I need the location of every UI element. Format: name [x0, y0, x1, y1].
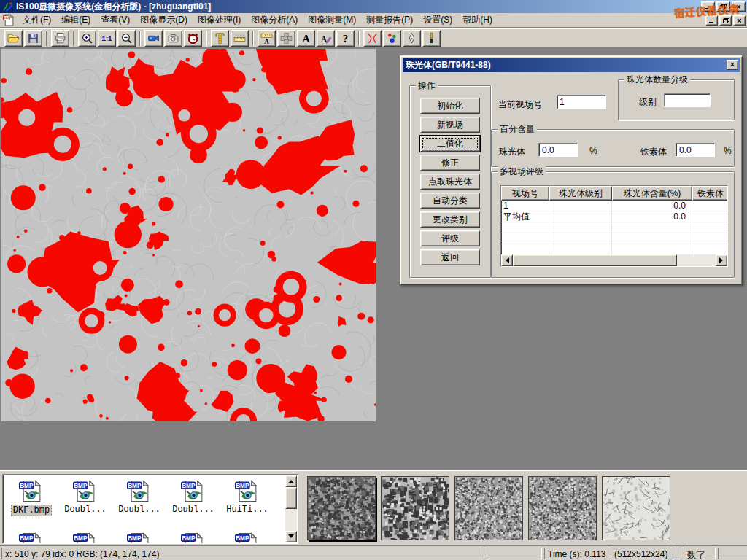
file-item-partial[interactable]: BMP [112, 529, 166, 543]
menu-image-analysis[interactable]: 图像分析(A) [246, 12, 303, 28]
file-item-partial[interactable]: BMP [166, 529, 220, 543]
scroll-left-button[interactable] [501, 254, 513, 266]
mdi-restore-button[interactable] [719, 15, 732, 26]
op-grade-button[interactable]: 评级 [420, 230, 480, 246]
file-item-partial[interactable]: BMP [58, 529, 112, 543]
menu-image-process[interactable]: 图像处理(I) [193, 12, 246, 28]
merge-grid-button[interactable] [277, 30, 295, 47]
open-folder-button[interactable] [4, 30, 23, 47]
brush-button[interactable] [422, 30, 441, 47]
menu-file[interactable]: 文件(F) [18, 12, 56, 28]
menu-settings[interactable]: 设置(S) [418, 12, 457, 28]
menu-edit[interactable]: 编辑(E) [56, 12, 96, 28]
file-item[interactable]: BMPDoubl... [58, 476, 112, 529]
op-new-field-button[interactable]: 新视场 [420, 117, 480, 133]
scroll-right-button[interactable] [716, 254, 727, 266]
thumbnail-1[interactable] [307, 476, 376, 540]
table-row[interactable] [501, 233, 727, 244]
table-row[interactable] [501, 244, 727, 255]
col-header[interactable]: 视场号 [501, 186, 549, 201]
ruler-button[interactable] [231, 30, 249, 47]
table-row[interactable] [501, 222, 727, 233]
file-item-partial[interactable]: BMP [220, 529, 274, 543]
table-cell [549, 222, 612, 233]
menu-measure-report[interactable]: 测量报告(P) [361, 12, 418, 28]
dialog-close-button[interactable]: × [727, 60, 738, 70]
table-row[interactable]: 10.0 [501, 201, 727, 211]
file-item-partial[interactable]: BMP [4, 529, 58, 543]
status-image-size: (512x512x24) [611, 548, 670, 559]
rating-table-body[interactable]: 10.0平均值0.0 [501, 201, 727, 255]
help-button[interactable]: ? [336, 30, 355, 47]
print-button[interactable] [51, 30, 69, 47]
table-cell: 1 [501, 201, 549, 211]
op-auto-classify-button[interactable]: 自动分类 [420, 192, 480, 209]
file-item[interactable]: BMPDKF.bmp [4, 476, 58, 529]
table-cell [549, 211, 612, 222]
measure-text-button[interactable]: A [258, 30, 276, 47]
file-scroll-up-button[interactable] [285, 475, 297, 487]
thumbnail-image [455, 477, 522, 540]
op-change-class-button[interactable]: 更改类别 [420, 211, 480, 228]
table-row[interactable]: 平均值0.0 [501, 211, 727, 222]
rating-table: 视场号珠光体级别珠光体含量(%)铁素体 10.0平均值0.0 [500, 185, 728, 267]
caliper-button[interactable] [211, 30, 229, 47]
zoom-in-button[interactable] [78, 30, 96, 47]
col-header[interactable]: 珠光体含量(%) [612, 186, 692, 201]
restore-button[interactable] [716, 1, 730, 12]
file-scroll-down-button[interactable] [285, 531, 297, 542]
color-classify-button[interactable] [383, 30, 401, 47]
scroll-left-icon [503, 257, 509, 263]
file-item[interactable]: BMPHuiTi... [220, 476, 274, 529]
op-binarize-button[interactable]: 二值化 [420, 136, 480, 152]
video-camera-button[interactable] [144, 30, 163, 47]
level-input[interactable] [664, 93, 711, 107]
micrograph-image[interactable] [1, 49, 376, 421]
multi-field-group: 多视场评级 视场号珠光体级别珠光体含量(%)铁素体 10.0平均值0.0 [491, 171, 735, 278]
thumbnail-5[interactable] [602, 476, 670, 540]
percent-group-label: 百分含量 [498, 124, 537, 134]
scrollbar-thumb[interactable] [513, 254, 677, 266]
thumbnail-3[interactable] [454, 476, 523, 540]
menu-image-measure[interactable]: 图像测量(M) [303, 12, 361, 28]
op-initialize-button[interactable]: 初始化 [420, 98, 480, 114]
file-item[interactable]: BMPDoubl... [166, 476, 220, 529]
ferrite-label: 铁素体 [640, 146, 667, 158]
pearlite-input[interactable] [538, 143, 578, 157]
table-cell [501, 233, 549, 244]
col-header[interactable]: 珠光体级别 [549, 186, 612, 201]
table-cell [692, 201, 728, 211]
close-button[interactable]: × [732, 1, 746, 12]
col-header[interactable]: 铁素体 [692, 186, 728, 201]
op-return-button[interactable]: 返回 [420, 249, 480, 265]
timer-clock-button[interactable] [184, 30, 202, 47]
menu-items: 文件(F)编辑(E)查看(V)图像显示(D)图像处理(I)图像分析(A)图像测量… [18, 12, 498, 28]
menu-view[interactable]: 查看(V) [96, 12, 135, 28]
file-item[interactable]: BMPDoubl... [112, 476, 166, 529]
text-a-button[interactable]: A [297, 30, 315, 47]
video-camera-icon [147, 32, 160, 44]
zoom-actual-button[interactable]: 1:1 [98, 30, 116, 47]
photo-camera-button[interactable] [164, 30, 182, 47]
op-correct-button[interactable]: 修正 [420, 155, 480, 171]
thumbnail-4[interactable] [528, 476, 597, 540]
table-cell [501, 222, 549, 233]
mdi-minimize-button[interactable] [705, 15, 718, 26]
file-scrollbar-thumb[interactable] [285, 487, 297, 509]
save-button[interactable] [24, 30, 42, 47]
ferrite-input[interactable] [676, 143, 715, 157]
op-pick-pearlite-button[interactable]: 点取珠光体 [420, 174, 480, 190]
mdi-close-button[interactable]: × [733, 15, 746, 26]
current-field-input[interactable] [557, 95, 606, 109]
zoom-out-button[interactable] [117, 30, 136, 47]
scrollbar-track[interactable] [677, 254, 716, 266]
close-icon: × [736, 2, 740, 11]
curve-cut-button[interactable] [363, 30, 382, 47]
menu-help[interactable]: 帮助(H) [457, 12, 498, 28]
text-edit-button[interactable]: A [317, 30, 335, 47]
minimize-button[interactable] [701, 1, 715, 12]
thumbnail-2[interactable] [381, 476, 449, 540]
menu-image-display[interactable]: 图像显示(D) [135, 12, 193, 28]
pen-point-button[interactable] [403, 30, 421, 47]
thumbnail-image [603, 477, 670, 540]
